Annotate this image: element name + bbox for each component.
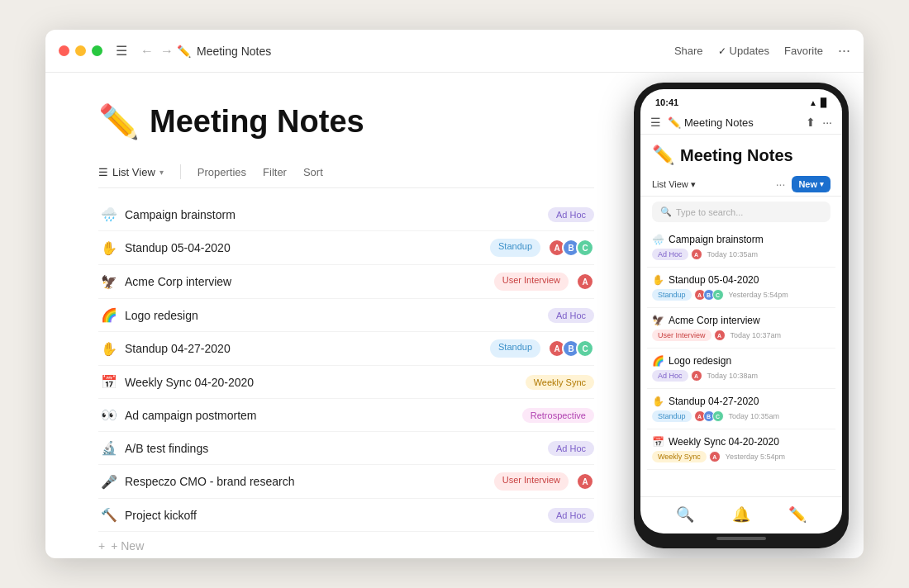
item-tag: Standup: [490, 239, 540, 257]
minimize-button[interactable]: [75, 45, 86, 56]
updates-button[interactable]: ✓ Updates: [718, 45, 769, 57]
phone-status-icons: ▲ ▉: [809, 98, 827, 107]
item-emoji: 🎤: [98, 474, 120, 490]
list-item[interactable]: 🎤Respeczo CMO - brand researchUser Inter…: [98, 465, 594, 499]
phone-list-item[interactable]: 🌧️Campaign brainstormAd HocAToday 10:35a…: [647, 227, 835, 268]
page-title-label: Meeting Notes: [197, 45, 271, 58]
phone-avatars: ABC: [697, 410, 724, 422]
item-name: Ad campaign postmortem: [125, 409, 522, 422]
phone-item-name-row: 🌧️Campaign brainstorm: [652, 234, 830, 245]
phone-item-meta: StandupABCToday 10:35am: [652, 410, 830, 422]
phone-upload-icon[interactable]: ⬆: [806, 116, 816, 129]
item-name: Logo redesign: [125, 309, 548, 322]
list-items: 🌧️Campaign brainstormAd Hoc✋Standup 05-0…: [98, 198, 594, 532]
avatars: ABC: [552, 239, 594, 257]
phone-toolbar: List View ▾ ··· New ▾: [640, 173, 842, 197]
phone-main-heading: ✏️ Meeting Notes: [640, 135, 842, 173]
phone-item-time: Today 10:35am: [729, 412, 780, 420]
phone-search-icon: 🔍: [660, 206, 672, 217]
wifi-icon: ▲: [809, 98, 817, 107]
phone-item-emoji: ✋: [652, 396, 664, 407]
item-name: Weekly Sync 04-20-2020: [125, 376, 526, 389]
item-tags: User InterviewA: [494, 273, 594, 291]
more-options-icon[interactable]: ···: [838, 42, 850, 59]
avatars: A: [580, 472, 594, 491]
share-button[interactable]: Share: [674, 45, 703, 57]
page-emoji-small: ✏️: [177, 45, 191, 58]
list-item[interactable]: 🦅Acme Corp interviewUser InterviewA: [98, 265, 594, 299]
list-item[interactable]: 🔬A/B test findingsAd Hoc: [98, 432, 594, 465]
list-item[interactable]: 🔨Project kickoffAd Hoc: [98, 499, 594, 532]
phone-item-name-row: 🌈Logo redesign: [652, 355, 830, 367]
phone-list-item[interactable]: 📅Weekly Sync 04-20-2020Weekly SyncAYeste…: [647, 429, 835, 470]
avatar: A: [576, 273, 594, 291]
maximize-button[interactable]: [92, 45, 102, 56]
view-selector[interactable]: ☰ List View ▾: [98, 166, 164, 178]
item-tags: StandupABC: [490, 339, 594, 358]
phone-item-name-row: 🦅Acme Corp interview: [652, 315, 830, 326]
phone-mockup: 10:41 ▲ ▉ ☰ ✏️ Meeting Notes ⬆ ···: [634, 83, 849, 548]
phone-more-icon[interactable]: ···: [822, 116, 832, 129]
item-tag: Ad Hoc: [548, 441, 594, 456]
list-item[interactable]: 👀Ad campaign postmortemRetrospective: [98, 399, 594, 432]
phone-view-selector[interactable]: List View ▾: [652, 179, 696, 190]
phone-list-item[interactable]: 🌈Logo redesignAd HocAToday 10:38am: [647, 349, 835, 389]
avatar: A: [576, 472, 594, 491]
item-name: Project kickoff: [125, 509, 548, 522]
close-button[interactable]: [59, 45, 69, 56]
battery-icon: ▉: [821, 98, 827, 107]
item-emoji: 👀: [98, 407, 120, 423]
toolbar: ☰ List View ▾ Properties Filter Sort: [98, 164, 594, 188]
phone-new-button[interactable]: New ▾: [792, 176, 830, 192]
favorite-button[interactable]: Favorite: [784, 45, 823, 57]
item-name: Standup 05-04-2020: [125, 241, 490, 254]
list-item[interactable]: 📅Weekly Sync 04-20-2020Weekly Sync: [98, 366, 594, 399]
plus-icon: +: [98, 539, 105, 552]
phone-item-emoji: 🌈: [652, 355, 664, 367]
phone-item-meta: StandupABCYesterday 5:54pm: [652, 289, 830, 301]
check-icon: ✓: [718, 45, 726, 57]
phone-list-item[interactable]: ✋Standup 05-04-2020StandupABCYesterday 5…: [647, 268, 835, 308]
phone-title-icons: ⬆ ···: [806, 116, 832, 129]
list-item[interactable]: ✋Standup 04-27-2020StandupABC: [98, 332, 594, 366]
phone-bell-icon[interactable]: 🔔: [732, 505, 750, 524]
phone-menu-icon[interactable]: ☰: [650, 116, 661, 129]
phone-avatar: C: [712, 289, 724, 301]
list-item[interactable]: 🌈Logo redesignAd Hoc: [98, 299, 594, 332]
item-name: Respeczo CMO - brand research: [125, 475, 494, 488]
phone-screen: 10:41 ▲ ▉ ☰ ✏️ Meeting Notes ⬆ ···: [640, 89, 842, 533]
phone-item-time: Yesterday 5:54pm: [729, 291, 788, 299]
phone-chevron-icon: ▾: [691, 179, 696, 190]
item-tag: User Interview: [494, 273, 569, 291]
item-tags: Ad Hoc: [548, 308, 594, 323]
list-item[interactable]: ✋Standup 05-04-2020StandupABC: [98, 231, 594, 265]
phone-item-meta: User InterviewAToday 10:37am: [652, 330, 830, 341]
avatars: ABC: [552, 339, 594, 358]
properties-button[interactable]: Properties: [198, 166, 246, 178]
list-item[interactable]: 🌧️Campaign brainstormAd Hoc: [98, 198, 594, 231]
phone-item-name: Standup 04-27-2020: [669, 396, 759, 407]
phone-item-name: Weekly Sync 04-20-2020: [669, 436, 779, 448]
phone-item-emoji: ✋: [652, 274, 664, 286]
filter-button[interactable]: Filter: [263, 166, 287, 178]
phone-compose-icon[interactable]: ✏️: [788, 505, 807, 524]
phone-search-tab-icon[interactable]: 🔍: [676, 505, 694, 524]
item-tags: Weekly Sync: [526, 375, 594, 390]
page-emoji: ✏️: [98, 102, 140, 141]
item-tag: Retrospective: [522, 408, 594, 423]
sort-button[interactable]: Sort: [303, 166, 323, 178]
phone-search[interactable]: 🔍 Type to search...: [652, 202, 830, 222]
phone-item-time: Today 10:37am: [731, 331, 782, 339]
avatar: C: [576, 239, 594, 257]
phone-list-item[interactable]: ✋Standup 04-27-2020StandupABCToday 10:35…: [647, 389, 835, 429]
breadcrumb: ✏️ Meeting Notes: [177, 45, 271, 58]
back-button[interactable]: ←: [137, 42, 157, 60]
phone-list-item[interactable]: 🦅Acme Corp interviewUser InterviewAToday…: [647, 308, 835, 349]
phone-item-time: Yesterday 5:54pm: [726, 453, 785, 461]
item-emoji: 🦅: [98, 274, 120, 290]
new-item-row[interactable]: + + New: [98, 532, 594, 558]
phone-toolbar-more-icon[interactable]: ···: [776, 178, 786, 191]
menu-icon[interactable]: ☰: [116, 43, 127, 59]
forward-button[interactable]: →: [157, 42, 177, 60]
phone-avatars: A: [693, 370, 702, 382]
